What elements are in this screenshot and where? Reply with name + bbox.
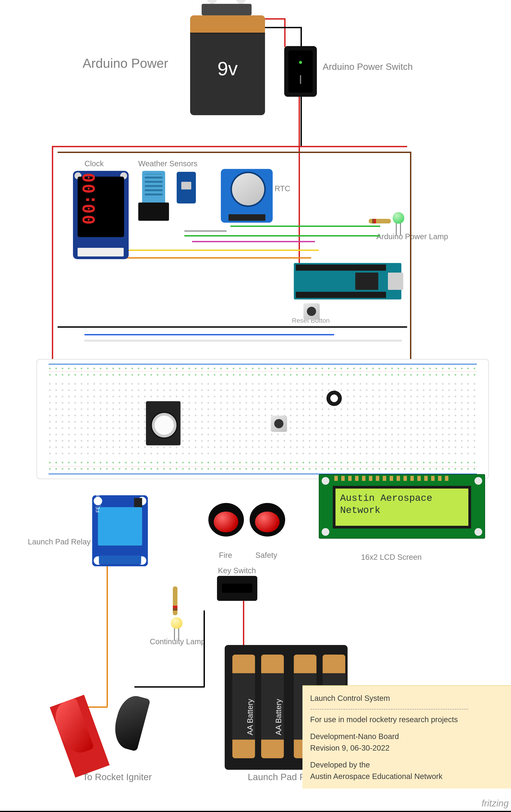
note-board: Development-Nano Board — [310, 731, 511, 742]
label-igniter: To Rocket Igniter — [83, 772, 152, 782]
led-leg-icon — [396, 223, 397, 236]
piezo-disc-icon — [151, 412, 178, 439]
screw-icon — [322, 477, 329, 485]
battery-terminal-neg — [207, 0, 217, 4]
dht-base-icon — [138, 203, 169, 221]
lcd-16x2: Austin Aerospace Network — [319, 474, 485, 539]
wire — [58, 152, 411, 153]
clock-module: 00:00 — [73, 171, 129, 259]
note-by1: Developed by the — [310, 759, 511, 771]
note-divider-icon: ----------------------------------------… — [310, 704, 511, 714]
bmp-chip-icon — [181, 182, 191, 190]
clip-jaw-icon — [50, 698, 94, 758]
nano-header-top-icon — [296, 264, 386, 271]
screw-icon — [475, 528, 482, 536]
key-slot-icon — [222, 584, 252, 593]
fire-button[interactable] — [208, 503, 244, 542]
clock-display: 00:00 — [78, 177, 124, 237]
battery-label: 9v — [190, 58, 265, 80]
nano-mcu-icon — [355, 272, 378, 290]
rtc-header-icon — [229, 214, 265, 221]
clip-jaw-icon — [110, 692, 150, 752]
lcd-line2: Network — [340, 505, 380, 516]
wire — [184, 235, 380, 236]
clock-header-icon — [78, 248, 124, 257]
screw-icon — [322, 528, 329, 536]
note-rev: Revision 9, 06-30-2022 — [310, 742, 511, 754]
battery-top-icon — [190, 16, 265, 34]
label-power-switch: Arduino Power Switch — [322, 61, 413, 72]
safety-button[interactable] — [250, 503, 285, 542]
wire — [192, 241, 315, 242]
note-by2: Austin Aerospace Educational Network — [310, 771, 511, 782]
push-cap-icon — [255, 512, 280, 532]
label-safety: Safety — [255, 551, 277, 559]
lcd-text: Austin Aerospace Network — [333, 486, 471, 528]
wire — [203, 610, 205, 687]
wire — [52, 146, 53, 361]
push-cap-icon — [214, 512, 238, 532]
lcd-pins-icon — [334, 476, 450, 481]
bb-holes-icon — [47, 459, 479, 473]
watermark: fritzing — [482, 798, 509, 809]
tact-cap-icon — [307, 307, 316, 316]
continuity-led — [171, 617, 184, 638]
igniter-clip-black[interactable] — [104, 692, 159, 774]
label-continuity: Continuity Lamp — [150, 637, 205, 646]
arduino-power-switch[interactable] — [284, 46, 317, 97]
rocker-pad-icon — [288, 50, 313, 92]
wire — [135, 686, 204, 688]
breadboard-tact-button[interactable] — [271, 415, 287, 432]
wire — [100, 250, 319, 251]
wire — [85, 340, 402, 342]
rtc-module — [221, 169, 273, 223]
dht-sensor — [138, 171, 169, 221]
wire — [100, 257, 311, 259]
battery-terminal-pos — [236, 0, 246, 4]
label-relay: Launch Pad Relay — [28, 538, 91, 546]
wire — [184, 230, 227, 232]
led-bulb-icon — [171, 617, 182, 629]
lcd-line1: Austin Aerospace — [340, 493, 432, 504]
wire — [243, 601, 244, 651]
info-note: Launch Control System ------------------… — [303, 685, 511, 789]
battery-snap — [202, 4, 252, 16]
relay-silk: FE_SRly — [95, 493, 101, 513]
bb-holes-icon — [47, 381, 479, 458]
relay-block-icon — [98, 507, 142, 546]
dht-grill-icon — [145, 174, 163, 196]
arduino-nano — [294, 263, 401, 299]
note-title: Launch Control System — [310, 692, 511, 704]
wire — [230, 226, 380, 227]
bmp-sensor — [177, 172, 196, 203]
wire — [410, 152, 411, 361]
launch-pad-relay: FE_SRly — [92, 495, 148, 566]
aa-cell-label: AA Battery — [246, 699, 254, 735]
power-led — [393, 212, 406, 233]
screw-icon — [475, 477, 482, 485]
bb-holes-icon — [47, 365, 479, 379]
bottom-rule-icon — [0, 811, 511, 812]
nano-header-bot-icon — [296, 292, 386, 298]
label-fire: Fire — [219, 551, 232, 559]
led-leg-icon — [178, 628, 179, 641]
relay-terminals-icon — [99, 555, 141, 564]
rtc-coincell-icon — [230, 172, 266, 207]
tact-cap-icon — [274, 419, 283, 428]
reset-button[interactable] — [304, 303, 320, 320]
piezo-buzzer — [146, 401, 180, 445]
label-power-lamp: Arduino Power Lamp — [376, 232, 448, 241]
nano-usb-icon — [388, 272, 403, 290]
led-bulb-icon — [393, 212, 404, 224]
switch-marker-icon — [300, 75, 301, 84]
label-lcd: 16x2 LCD Screen — [361, 553, 422, 561]
wire — [58, 326, 407, 328]
resistor-icon — [369, 219, 391, 224]
label-weather: Weather Sensors — [138, 159, 197, 168]
wire — [299, 96, 300, 263]
label-arduino-power: Arduino Power — [83, 56, 168, 70]
key-switch[interactable] — [217, 576, 257, 601]
battery-9v: 9v — [190, 16, 265, 115]
wire — [107, 564, 108, 706]
potentiometer[interactable] — [327, 390, 342, 406]
